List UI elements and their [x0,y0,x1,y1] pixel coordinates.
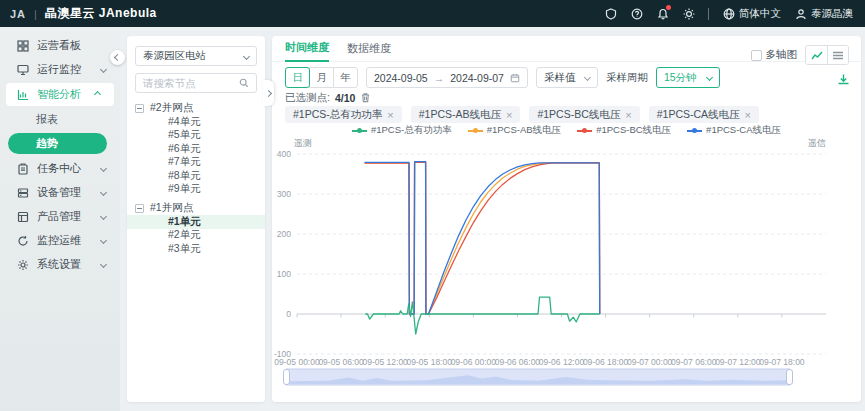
sidebar-item-trend[interactable]: 趋势 [8,133,107,154]
trend-line-chart[interactable]: 4003002001000-10009-05 00:0009-05 06:000… [272,136,861,368]
download-button[interactable] [837,72,850,90]
chart-view-button[interactable] [806,46,827,64]
point-tag-label: #1PCS-总有功功率 [293,108,382,122]
language-switch[interactable]: 简体中文 [722,7,781,21]
station-select-value: 泰源园区电站 [143,49,206,63]
svg-text:300: 300 [277,189,291,199]
tree-item-unit-6[interactable]: #6单元 [135,142,257,156]
tree-item-unit-7[interactable]: #7单元 [135,156,257,170]
date-range-separator: → [434,72,445,84]
selected-points-label: 已选测点: [285,91,330,105]
station-select[interactable]: 泰源园区电站 [135,46,257,66]
tree-item-unit-2[interactable]: #2单元 [135,229,257,243]
chevron-down-icon [100,261,107,268]
clear-points-button[interactable] [360,92,371,105]
tree-item-unit-3[interactable]: #3单元 [135,242,257,256]
line-chart-icon [811,50,823,61]
legend-marker-icon [352,128,367,133]
node-search-box[interactable] [135,73,257,93]
table-view-button[interactable] [827,46,848,64]
tree-collapse-icon[interactable] [135,204,144,213]
chevron-down-icon [100,165,107,172]
notification-bell-icon[interactable] [656,7,669,20]
tree-group-grid-point-2[interactable]: #2并网点 [135,101,257,115]
trash-icon [360,92,371,103]
sidebar-item-device-management[interactable]: 设备管理 [0,181,120,204]
legend-marker-icon [468,128,483,133]
point-tag: #1PCS-BC线电压 × [529,106,639,123]
svg-text:09-05 06:00: 09-05 06:00 [318,357,364,367]
sidebar-item-dashboard[interactable]: 运营看板 [0,34,120,57]
svg-text:100: 100 [277,269,291,279]
svg-text:200: 200 [277,229,291,239]
sidebar-item-label: 监控运维 [37,233,81,248]
sidebar-item-label: 运行监控 [37,62,81,77]
trend-analysis-panel: 时间维度 数据维度 日 月 年 2024-09-05 → 2024-09-07 … [272,36,861,402]
close-icon[interactable]: × [387,109,393,121]
svg-text:09-05 18:00: 09-05 18:00 [407,357,453,367]
tree-item-unit-4[interactable]: #4单元 [135,115,257,129]
point-tag-label: #1PCS-AB线电压 [419,108,501,122]
tree-group-label: #1并网点 [150,201,193,215]
theme-sun-icon[interactable] [682,7,695,20]
node-search-input[interactable] [143,77,233,89]
multi-axis-checkbox[interactable]: 多轴图 [751,48,798,62]
tree-item-unit-8[interactable]: #8单元 [135,169,257,183]
user-name: 泰源晶澳 [811,7,853,21]
period-month-button[interactable]: 月 [309,67,334,88]
station-tree-panel: 泰源园区电站 #2并网点 #4单元 #5单元 #6单元 #7单元 #8单元 #9… [127,36,265,402]
user-icon [794,7,807,20]
tree-expand-button[interactable] [263,80,274,106]
tree-item-unit-9[interactable]: #9单元 [135,183,257,197]
sidebar-item-task-center[interactable]: 任务中心 [0,157,120,180]
sidebar-item-system-settings[interactable]: 系统设置 [0,253,120,276]
svg-text:09-05 00:00: 09-05 00:00 [274,357,320,367]
tree-item-unit-1[interactable]: #1单元 [127,215,265,229]
sidebar-item-label: 系统设置 [37,257,81,272]
svg-text:0: 0 [286,309,291,319]
date-range-picker[interactable]: 2024-09-05 → 2024-09-07 [366,67,528,88]
svg-text:09-06 18:00: 09-06 18:00 [583,357,629,367]
tree-item-unit-5[interactable]: #5单元 [135,129,257,143]
checkbox-icon [751,50,762,61]
chevron-down-icon [100,189,107,196]
user-menu[interactable]: 泰源晶澳 [794,7,853,21]
sample-type-select[interactable]: 采样值 [536,67,598,88]
tree-group-grid-point-1[interactable]: #1并网点 [135,201,257,215]
point-tag-label: #1PCS-CA线电压 [657,108,740,122]
close-icon[interactable]: × [506,109,512,121]
calendar-icon [510,73,520,83]
slider-handle-right[interactable] [786,369,793,385]
sidebar-item-monitoring[interactable]: 运行监控 [0,58,120,81]
slider-handle-left[interactable] [283,369,290,385]
sidebar-item-label: 设备管理 [37,185,81,200]
period-year-button[interactable]: 年 [333,67,358,88]
sidebar-item-product-management[interactable]: 产品管理 [0,205,120,228]
sidebar-item-smart-analysis[interactable]: 智能分析 [6,83,114,106]
close-icon[interactable]: × [625,109,631,121]
svg-text:遥信: 遥信 [808,138,826,148]
company-logo: JA [10,8,26,20]
sidebar-collapse-button[interactable] [110,50,125,65]
sidebar-item-monitoring-ops[interactable]: 监控运维 [0,229,120,252]
monitor-icon [17,64,29,76]
help-icon[interactable] [630,7,643,20]
sidebar-nav: 运营看板 运行监控 智能分析 报表 趋势 任务中心 设备管理 [0,27,120,411]
tree-collapse-icon[interactable] [135,104,144,113]
chart-range-slider[interactable] [286,368,790,386]
chevron-down-icon [100,213,107,220]
period-day-button[interactable]: 日 [285,67,310,88]
analysis-chart-icon [17,89,29,101]
tab-time-dimension[interactable]: 时间维度 [285,36,329,62]
svg-text:09-07 06:00: 09-07 06:00 [671,357,717,367]
point-tag: #1PCS-总有功功率 × [285,106,402,123]
sidebar-item-report[interactable]: 报表 [0,108,120,130]
sample-period-select[interactable]: 15分钟 [656,67,720,88]
point-tag: #1PCS-CA线电压 × [649,106,759,123]
selected-points-row: 已选测点: 4/10 [285,91,371,105]
tab-data-dimension[interactable]: 数据维度 [347,36,391,62]
close-icon[interactable]: × [745,109,751,121]
svg-text:09-06 06:00: 09-06 06:00 [495,357,541,367]
chevron-down-icon [706,74,713,81]
shield-icon[interactable] [604,7,617,20]
